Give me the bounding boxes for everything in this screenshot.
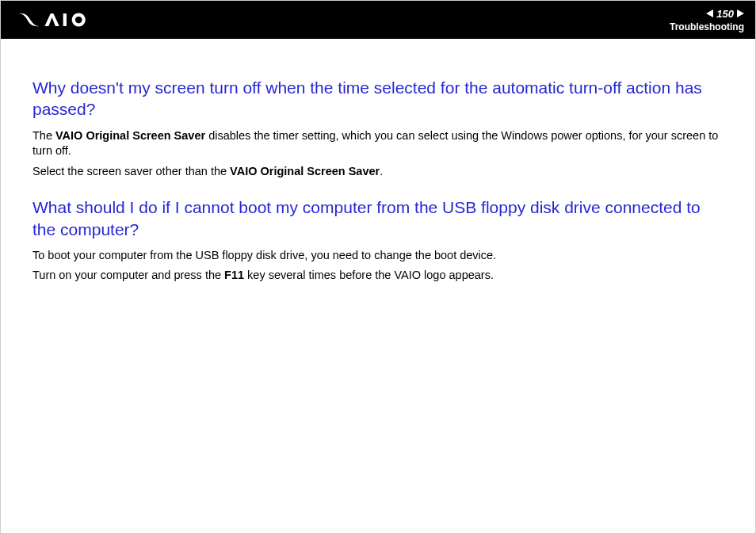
text: . xyxy=(380,165,383,177)
header-bar: 150 Troubleshooting xyxy=(1,1,755,39)
bold-text: VAIO Original Screen Saver xyxy=(55,129,205,142)
text: Select the screen saver other than the xyxy=(32,165,230,177)
question-2-title: What should I do if I cannot boot my com… xyxy=(32,196,724,240)
q2-paragraph-1: To boot your computer from the USB flopp… xyxy=(32,248,724,264)
text: The xyxy=(32,129,55,142)
vaio-logo xyxy=(17,11,104,29)
question-1-title: Why doesn't my screen turn off when the … xyxy=(32,77,724,120)
prev-page-icon[interactable] xyxy=(706,10,713,17)
header-right: 150 Troubleshooting xyxy=(670,8,744,32)
page-content: Why doesn't my screen turn off when the … xyxy=(1,39,755,304)
page-navigator: 150 xyxy=(706,8,744,20)
q2-paragraph-2: Turn on your computer and press the F11 … xyxy=(32,268,724,284)
section-label: Troubleshooting xyxy=(670,21,744,32)
bold-text: F11 xyxy=(224,269,244,281)
svg-rect-0 xyxy=(63,13,67,26)
page-number: 150 xyxy=(716,8,734,20)
text: Turn on your computer and press the xyxy=(32,269,224,281)
text: key several times before the VAIO logo a… xyxy=(244,269,494,281)
bold-text: VAIO Original Screen Saver xyxy=(230,165,380,177)
next-page-icon[interactable] xyxy=(737,10,744,17)
q1-paragraph-2: Select the screen saver other than the V… xyxy=(32,164,724,180)
q1-paragraph-1: The VAIO Original Screen Saver disables … xyxy=(32,128,724,159)
